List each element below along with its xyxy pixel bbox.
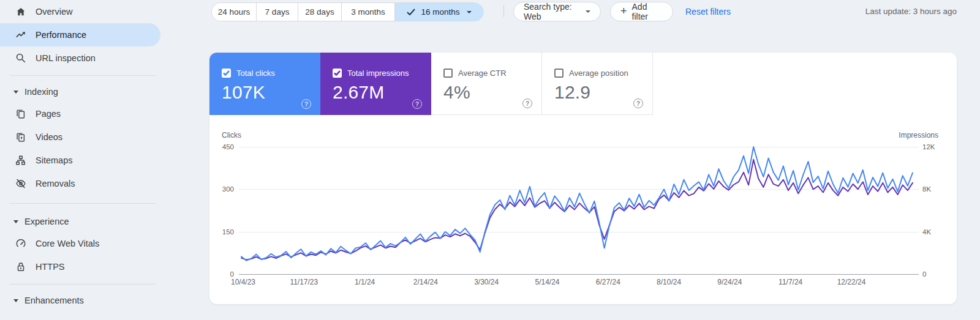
sidebar-section-label: Enhancements bbox=[24, 296, 84, 305]
range-label: 3 months bbox=[351, 7, 385, 17]
right-axis-tick: 8K bbox=[922, 184, 947, 194]
plus-icon: + bbox=[620, 6, 627, 17]
sidebar-item-label: Sitemaps bbox=[36, 155, 72, 165]
help-icon[interactable]: ? bbox=[412, 99, 422, 109]
metric-label: Total impressions bbox=[347, 69, 409, 78]
x-axis-label: 3/30/24 bbox=[460, 278, 513, 286]
sidebar-item-sitemaps[interactable]: Sitemaps bbox=[0, 149, 184, 172]
dropdown-caret-icon bbox=[467, 11, 472, 13]
sidebar-section-experience[interactable]: Experience bbox=[0, 211, 184, 232]
range-label: 24 hours bbox=[218, 7, 251, 17]
left-axis-tick: 450 bbox=[209, 142, 234, 152]
right-axis-title: Impressions bbox=[877, 131, 938, 140]
help-icon[interactable]: ? bbox=[522, 99, 532, 108]
sidebar-section-label: Experience bbox=[24, 217, 69, 226]
sidebar-item-videos[interactable]: Videos bbox=[0, 125, 184, 149]
sidebar: Overview Performance URL inspection Inde… bbox=[0, 0, 184, 320]
sidebar-item-url-inspection[interactable]: URL inspection bbox=[0, 47, 184, 70]
help-icon[interactable]: ? bbox=[633, 99, 643, 108]
x-axis-label: 10/4/23 bbox=[217, 278, 270, 286]
right-axis-tick: 12K bbox=[922, 142, 947, 152]
sidebar-item-label: URL inspection bbox=[36, 53, 96, 63]
performance-chart[interactable]: Clicks Impressions 450 300 150 0 12K 8K … bbox=[209, 115, 957, 304]
series-line-total-clicks bbox=[241, 147, 913, 261]
left-axis-title: Clicks bbox=[222, 131, 241, 140]
x-axis-label: 1/1/24 bbox=[339, 278, 391, 286]
sidebar-item-overview[interactable]: Overview bbox=[0, 0, 184, 23]
range-label: 7 days bbox=[265, 7, 290, 17]
sidebar-item-https[interactable]: HTTPS bbox=[0, 255, 184, 278]
hidden-eye-icon bbox=[15, 177, 27, 190]
sidebar-divider bbox=[10, 284, 156, 285]
chevron-down-icon bbox=[13, 220, 18, 223]
average-position-checkbox[interactable] bbox=[554, 69, 564, 78]
search-type-label: Search type: Web bbox=[524, 2, 579, 21]
sidebar-divider bbox=[10, 203, 156, 204]
search-icon bbox=[15, 52, 27, 64]
range-7-days-button[interactable]: 7 days bbox=[256, 3, 298, 21]
total-clicks-card[interactable]: Total clicks 107K ? bbox=[209, 53, 320, 115]
add-filter-button[interactable]: + Add filter bbox=[610, 2, 673, 21]
sidebar-item-label: Videos bbox=[36, 132, 62, 142]
lock-icon bbox=[15, 261, 27, 273]
metric-label: Total clicks bbox=[236, 69, 275, 78]
search-type-dropdown[interactable]: Search type: Web bbox=[513, 2, 601, 21]
sidebar-item-performance[interactable]: Performance bbox=[0, 23, 160, 47]
metric-label: Average CTR bbox=[458, 69, 507, 78]
sidebar-section-label: Indexing bbox=[24, 87, 58, 97]
reset-filters-link[interactable]: Reset filters bbox=[685, 7, 731, 17]
chevron-down-icon bbox=[13, 91, 18, 94]
x-axis-label: 9/24/24 bbox=[703, 278, 756, 286]
range-3-months-button[interactable]: 3 months bbox=[341, 3, 394, 21]
add-filter-label: Add filter bbox=[632, 2, 663, 21]
left-axis-tick: 150 bbox=[209, 227, 234, 237]
range-label: 16 months bbox=[421, 7, 459, 17]
sidebar-item-pages[interactable]: Pages bbox=[0, 102, 184, 125]
toolbar-divider bbox=[503, 5, 504, 17]
chart-lines-canvas[interactable] bbox=[240, 145, 914, 274]
sidebar-item-label: Core Web Vitals bbox=[36, 239, 99, 248]
x-axis-label: 11/7/24 bbox=[764, 278, 817, 286]
range-label: 28 days bbox=[305, 7, 334, 17]
total-impressions-card[interactable]: Total impressions 2.67M ? bbox=[320, 53, 431, 115]
gauge-icon bbox=[15, 237, 27, 250]
right-axis-tick: 4K bbox=[922, 227, 947, 237]
sidebar-item-label: Performance bbox=[36, 30, 86, 40]
video-pages-icon bbox=[15, 131, 27, 143]
sidebar-section-enhancements[interactable]: Enhancements bbox=[0, 290, 184, 311]
sidebar-item-label: Overview bbox=[36, 7, 72, 17]
x-axis-label: 5/14/24 bbox=[521, 278, 574, 286]
metric-label: Average position bbox=[569, 69, 628, 78]
pages-icon bbox=[15, 108, 27, 120]
series-line-total-impressions bbox=[241, 160, 913, 260]
sidebar-item-label: Removals bbox=[36, 179, 75, 188]
sidebar-item-core-web-vitals[interactable]: Core Web Vitals bbox=[0, 232, 184, 255]
average-position-card[interactable]: Average position 12.9 ? bbox=[542, 53, 653, 115]
dropdown-caret-icon bbox=[586, 10, 590, 13]
sidebar-item-removals[interactable]: Removals bbox=[0, 172, 184, 195]
x-axis-label: 12/22/24 bbox=[825, 278, 878, 286]
check-icon bbox=[407, 9, 415, 16]
performance-report-panel: Total clicks 107K ? Total impressions 2.… bbox=[209, 53, 957, 304]
x-axis-label: 6/27/24 bbox=[582, 278, 635, 286]
average-ctr-card[interactable]: Average CTR 4% ? bbox=[431, 53, 542, 115]
total-clicks-checkbox[interactable] bbox=[222, 69, 231, 78]
search-console-performance-page: { "sidebar": { "overview": "Overview", "… bbox=[0, 0, 980, 320]
range-16-months-button[interactable]: 16 months bbox=[394, 3, 483, 21]
check-icon bbox=[223, 70, 230, 76]
range-28-days-button[interactable]: 28 days bbox=[298, 3, 341, 21]
date-range-segmented-control: 24 hours 7 days 28 days 3 months 16 mont… bbox=[211, 2, 484, 21]
help-icon[interactable]: ? bbox=[301, 99, 311, 109]
sidebar-item-label: Pages bbox=[36, 109, 61, 119]
total-impressions-checkbox[interactable] bbox=[333, 69, 342, 78]
sidebar-section-indexing[interactable]: Indexing bbox=[0, 81, 184, 102]
right-axis-tick: 0 bbox=[922, 269, 947, 279]
performance-icon bbox=[15, 29, 27, 41]
left-axis-tick: 300 bbox=[209, 184, 234, 194]
x-axis-label: 8/10/24 bbox=[643, 278, 695, 286]
sidebar-divider bbox=[10, 75, 156, 76]
home-icon bbox=[15, 6, 27, 18]
range-24-hours-button[interactable]: 24 hours bbox=[212, 3, 256, 21]
average-ctr-checkbox[interactable] bbox=[443, 69, 453, 78]
metric-cards-row: Total clicks 107K ? Total impressions 2.… bbox=[209, 53, 957, 115]
